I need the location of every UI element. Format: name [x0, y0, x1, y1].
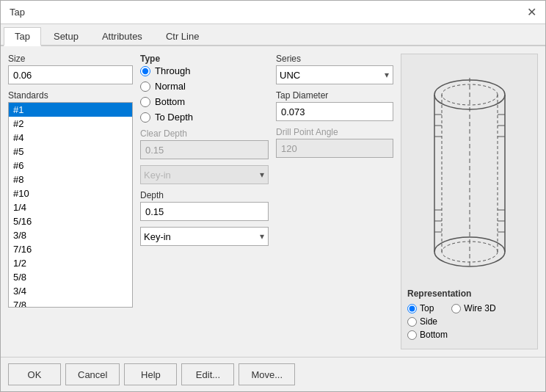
representation-label: Representation: [407, 288, 531, 299]
rep-top[interactable]: Top: [407, 303, 434, 313]
list-item[interactable]: 1/4: [9, 200, 132, 214]
right-panel: Series UNC UNF UNEF UN Tap Diameter Dril…: [276, 54, 393, 349]
help-button[interactable]: Help: [124, 363, 177, 385]
tap-diameter-label: Tap Diameter: [276, 90, 393, 101]
list-item[interactable]: 3/8: [9, 228, 132, 242]
tab-setup[interactable]: Setup: [43, 27, 90, 45]
key-in-dropdown2-section: Key-in: [140, 227, 269, 246]
edit-button[interactable]: Edit...: [181, 363, 234, 385]
list-item[interactable]: 3/4: [9, 284, 132, 298]
drill-point-angle-input: [276, 139, 393, 158]
type-through[interactable]: Through: [140, 65, 269, 76]
key-in-dropdown1-section: Key-in: [140, 165, 269, 184]
list-item[interactable]: #10: [9, 186, 132, 200]
drill-point-angle-label: Drill Point Angle: [276, 127, 393, 137]
list-item[interactable]: 5/8: [9, 270, 132, 284]
tap-diagram: [422, 74, 517, 272]
title-bar: Tap ✕: [1, 1, 545, 24]
tab-tap[interactable]: Tap: [4, 27, 41, 46]
series-label: Series: [276, 54, 393, 64]
rep-bottom[interactable]: Bottom: [407, 330, 448, 340]
standards-section: Standards #1#2#4#5#6#8#101/45/163/87/161…: [8, 90, 133, 349]
list-item[interactable]: #6: [9, 159, 132, 173]
rep-row-2: Side: [407, 316, 531, 327]
type-label: Type: [140, 54, 269, 64]
tab-ctr-line[interactable]: Ctr Line: [155, 27, 211, 45]
type-to-depth[interactable]: To Depth: [140, 112, 269, 123]
list-item[interactable]: #5: [9, 145, 132, 159]
key-in-dropdown2[interactable]: Key-in: [140, 227, 269, 246]
series-dropdown-wrapper[interactable]: UNC UNF UNEF UN: [276, 65, 393, 84]
size-section: Size: [8, 54, 133, 84]
depth-section: Depth: [140, 190, 269, 221]
svg-point-7: [442, 242, 498, 262]
standards-list-container: #1#2#4#5#6#8#101/45/163/87/161/25/83/47/…: [8, 102, 133, 308]
depth-input[interactable]: [140, 202, 269, 221]
size-input[interactable]: [8, 65, 133, 84]
rep-side[interactable]: Side: [407, 316, 437, 327]
key-in-dropdown1-wrapper: Key-in: [140, 165, 269, 184]
left-panel: Size Standards #1#2#4#5#6#8#101/45/163/8…: [8, 54, 133, 349]
clear-depth-input: [140, 140, 269, 159]
close-button[interactable]: ✕: [527, 7, 536, 18]
series-section: Series UNC UNF UNEF UN: [276, 54, 393, 84]
key-in-dropdown2-wrapper[interactable]: Key-in: [140, 227, 269, 246]
tab-attributes[interactable]: Attributes: [91, 27, 153, 45]
ok-button[interactable]: OK: [8, 363, 61, 385]
type-radio-group: Through Normal Bottom To Depth: [140, 65, 269, 123]
list-item[interactable]: 5/16: [9, 214, 132, 228]
list-item[interactable]: #1: [9, 103, 132, 117]
clear-depth-section: Clear Depth: [140, 128, 269, 159]
rep-row-1: Top Wire 3D: [407, 303, 531, 313]
key-in-dropdown1: Key-in: [140, 165, 269, 184]
main-content: Size Standards #1#2#4#5#6#8#101/45/163/8…: [1, 46, 545, 357]
list-item[interactable]: #8: [9, 173, 132, 186]
list-item[interactable]: 7/8: [9, 298, 132, 308]
type-section: Type Through Normal Bottom: [140, 54, 269, 123]
rep-row-3: Bottom: [407, 330, 531, 340]
drill-point-angle-section: Drill Point Angle: [276, 127, 393, 158]
tap-preview-svg: [407, 60, 531, 286]
middle-panel: Type Through Normal Bottom: [140, 54, 269, 349]
list-item[interactable]: #4: [9, 131, 132, 145]
depth-label: Depth: [140, 190, 269, 200]
clear-depth-label: Clear Depth: [140, 128, 269, 139]
list-item[interactable]: 7/16: [9, 242, 132, 256]
cancel-button[interactable]: Cancel: [65, 363, 120, 385]
series-dropdown[interactable]: UNC UNF UNEF UN: [276, 65, 393, 84]
standards-label: Standards: [8, 90, 133, 101]
preview-panel: Representation Top Wire 3D Side: [401, 54, 538, 349]
list-item[interactable]: 1/2: [9, 256, 132, 270]
type-bottom[interactable]: Bottom: [140, 96, 269, 107]
rep-wire-3d[interactable]: Wire 3D: [451, 303, 495, 313]
footer: OK Cancel Help Edit... Move...: [1, 357, 545, 391]
tab-bar: Tap Setup Attributes Ctr Line: [1, 24, 545, 46]
tap-diameter-section: Tap Diameter: [276, 90, 393, 121]
tap-dialog: Tap ✕ Tap Setup Attributes Ctr Line Size…: [0, 0, 546, 392]
standards-list[interactable]: #1#2#4#5#6#8#101/45/163/87/161/25/83/47/…: [8, 102, 133, 308]
tap-diameter-input[interactable]: [276, 102, 393, 121]
move-button[interactable]: Move...: [239, 363, 295, 385]
representation-section: Representation Top Wire 3D Side: [407, 288, 531, 343]
size-label: Size: [8, 54, 133, 64]
dialog-title: Tap: [10, 7, 25, 18]
list-item[interactable]: #2: [9, 117, 132, 131]
type-normal[interactable]: Normal: [140, 81, 269, 92]
